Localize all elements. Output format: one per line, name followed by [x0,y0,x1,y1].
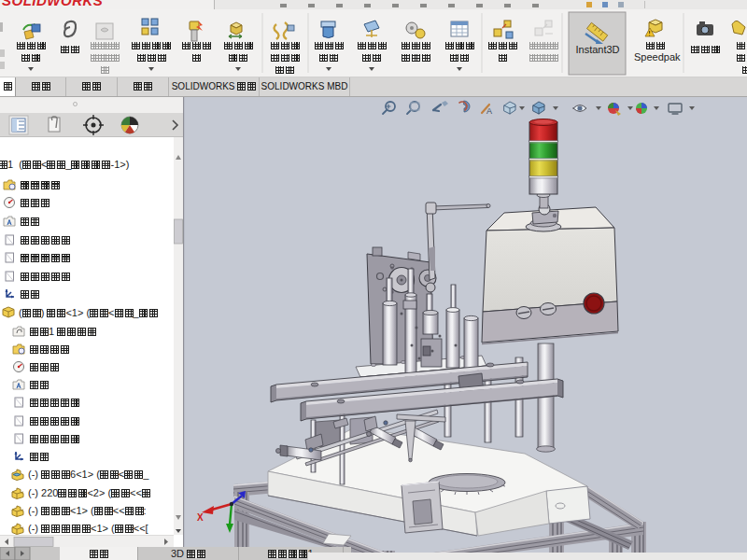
svg-text:X: X [197,512,204,523]
svg-text:A: A [486,106,492,116]
